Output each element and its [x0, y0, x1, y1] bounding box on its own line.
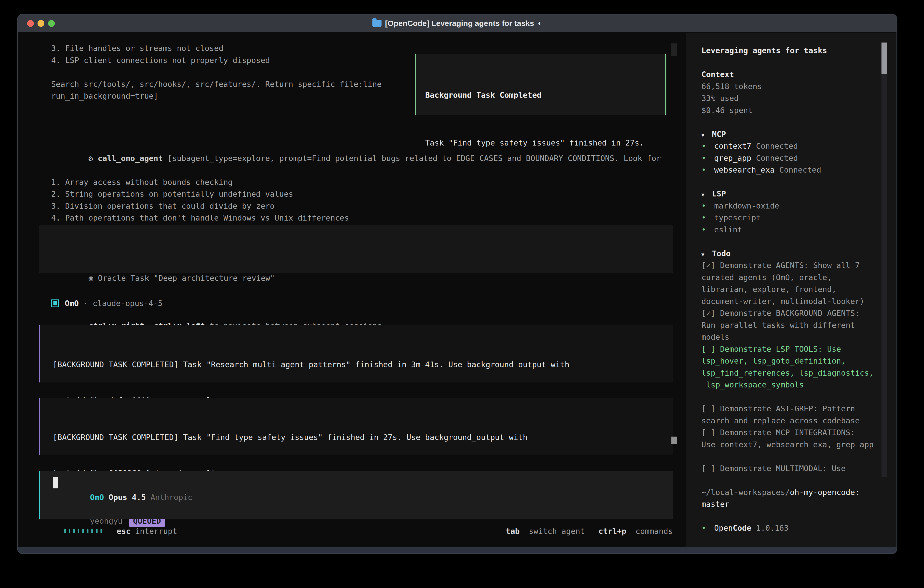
mcp-status: Connected	[751, 141, 798, 150]
text-line: run_in_background=true]	[51, 90, 381, 102]
lsp-section-header[interactable]: ▼ LSP	[701, 188, 873, 200]
oracle-title-line: ◉ Oracle Task "Deep architecture review"	[51, 260, 673, 272]
brand-code: Code	[733, 524, 751, 532]
model-row: OmO Opus 4.5 Anthropic	[53, 479, 192, 515]
app-window: [OpenCode] Leveraging agents for tasks ◐…	[17, 14, 898, 554]
context-stat: 66,518 tokens	[701, 81, 873, 92]
spacer	[701, 176, 873, 188]
scrollback-text: 3. File handles or streams not closed4. …	[51, 42, 381, 102]
mcp-status: Connected	[775, 165, 821, 174]
todo-line: [✓] Demonstrate AGENTS: Show all 7	[701, 259, 873, 271]
spacer	[701, 474, 873, 486]
traffic-lights	[27, 20, 55, 27]
task-card-research: [BACKGROUND TASK COMPLETED] Task "Resear…	[39, 325, 673, 382]
mcp-section-header[interactable]: ▼ MCP	[701, 128, 873, 140]
sidebar-scrollbar-thumb[interactable]	[881, 43, 887, 74]
oracle-task-card: ◉ Oracle Task "Deep architecture review"…	[39, 225, 673, 273]
mcp-item: •websearch_exa Connected	[701, 164, 873, 176]
mcp-item: •grep_app Connected	[701, 152, 873, 164]
todo-line	[701, 391, 873, 403]
mcp-name: grep_app	[714, 154, 751, 163]
workspace-path: ~/local-workspaces/oh-my-opencode:	[701, 486, 873, 499]
todo-section-header[interactable]: ▼ Todo	[701, 248, 873, 260]
brand-open: Open	[714, 524, 733, 532]
recording-icon: ◐	[538, 19, 542, 28]
context-heading: Context	[701, 68, 873, 81]
zoom-button[interactable]	[48, 20, 55, 27]
text-line	[51, 66, 381, 78]
background-task-toast: Background Task Completed Task "Find typ…	[415, 54, 667, 115]
toast-title: Background Task Completed	[425, 89, 656, 101]
window-title-group: [OpenCode] Leveraging agents for tasks ◐	[373, 19, 542, 28]
todo-line: [ ] Demonstrate MCP INTEGRATIONS:	[701, 426, 873, 439]
sidebar: Leveraging agents for tasks Context66,51…	[686, 33, 896, 547]
sidebar-scrollbar-track[interactable]	[881, 43, 887, 477]
lsp-section-header-label: LSP	[712, 189, 726, 198]
window-title: [OpenCode] Leveraging agents for tasks	[385, 19, 534, 28]
tool-args: [subagent_type=explore, prompt=Find pote…	[163, 154, 661, 163]
status-dot-icon: •	[701, 152, 714, 164]
sidebar-flow: Leveraging agents for tasks Context66,51…	[701, 45, 873, 534]
lsp-item: •eslint	[701, 224, 873, 236]
mcp-name: context7	[714, 141, 751, 150]
context-stat: $0.46 spent	[701, 104, 873, 116]
spacer	[701, 236, 873, 248]
ctrlp-label: commands	[631, 525, 673, 537]
text-line: 4. Path operations that don't handle Win…	[51, 212, 661, 224]
path-project: oh-my-opencode:	[790, 488, 860, 497]
version-line: •OpenCode 1.0.163	[701, 522, 873, 534]
window-footer-bar	[18, 547, 896, 553]
todo-line: lsp_find_references, lsp_diagnostics,	[701, 367, 873, 379]
close-button[interactable]	[27, 20, 34, 27]
tool-name: call_omo_agent	[98, 154, 163, 163]
lsp-name: typescript	[714, 213, 761, 222]
todo-line: Run parallel tasks with different	[701, 319, 873, 331]
todo-line: [ ] Demonstrate LSP TOOLS: Use	[701, 343, 873, 355]
status-right: tab switch agent ctrl+p commands	[506, 525, 673, 537]
prompt-input[interactable]: OmO Opus 4.5 Anthropic	[39, 471, 673, 519]
spacer	[701, 57, 873, 69]
esc-key: esc	[117, 525, 130, 537]
main-scrollbar-track[interactable]	[672, 43, 676, 56]
minimize-button[interactable]	[38, 20, 45, 27]
main-scrollbar-thumb[interactable]	[672, 436, 676, 444]
title-bar: [OpenCode] Leveraging agents for tasks ◐	[18, 15, 896, 32]
mcp-status: Connected	[751, 154, 798, 163]
status-left: esc interrupt	[39, 525, 177, 537]
lsp-name: eslint	[714, 225, 742, 234]
text-line: 2. String operations on potentially unde…	[51, 188, 661, 200]
agent-model: claude-opus-4-5	[93, 297, 163, 309]
folder-icon	[373, 20, 381, 26]
path-prefix: ~/local-workspaces/	[701, 488, 790, 497]
todo-line: [✓] Demonstrate BACKGROUND AGENTS:	[701, 307, 873, 319]
ctrlp-key: ctrl+p	[599, 525, 626, 537]
status-dot-icon: •	[701, 212, 714, 224]
task-line1: [BACKGROUND TASK COMPLETED] Task "Resear…	[53, 358, 673, 371]
spacer	[701, 510, 873, 522]
text-line: 3. File handles or streams not closed	[51, 42, 381, 55]
text-line: 1. Array access without bounds checking	[51, 176, 661, 188]
todo-line: [ ] Demonstrate AST-GREP: Pattern	[701, 403, 873, 415]
terminal-content: 3. File handles or streams not closed4. …	[18, 33, 896, 547]
status-dot-icon: •	[701, 200, 714, 212]
agent-row[interactable]: OmO · claude-opus-4-5	[51, 297, 163, 310]
status-dot-icon: •	[701, 164, 714, 176]
text-line: Search src/tools/, src/hooks/, src/featu…	[51, 78, 381, 90]
todo-line: lsp_workspace_symbols	[701, 379, 873, 391]
todo-line: [ ] Demonstrate MULTIMODAL: Use	[701, 462, 873, 474]
tool-call-line: ⚙ call_omo_agent [subagent_type=explore,…	[51, 140, 661, 152]
todo-line: librarian, explore, frontend,	[701, 283, 873, 296]
todo-line: curated agents (OmO, oracle,	[701, 271, 873, 284]
lsp-item: •markdown-oxide	[701, 200, 873, 212]
agent-name: OmO	[65, 297, 79, 309]
gear-icon: ⚙	[88, 154, 93, 163]
todo-line: document-writer, multimodal-looker)	[701, 296, 873, 307]
status-dot-icon: •	[701, 224, 714, 236]
mcp-section-header-label: MCP	[712, 130, 726, 139]
input-model-name: Opus 4.5	[104, 493, 150, 502]
mcp-name: websearch_exa	[714, 165, 775, 174]
lsp-name: markdown-oxide	[714, 201, 779, 210]
todo-section-header-label: Todo	[712, 249, 731, 258]
record-dot-icon: ◉	[89, 274, 93, 282]
mcp-item: •context7 Connected	[701, 140, 873, 152]
